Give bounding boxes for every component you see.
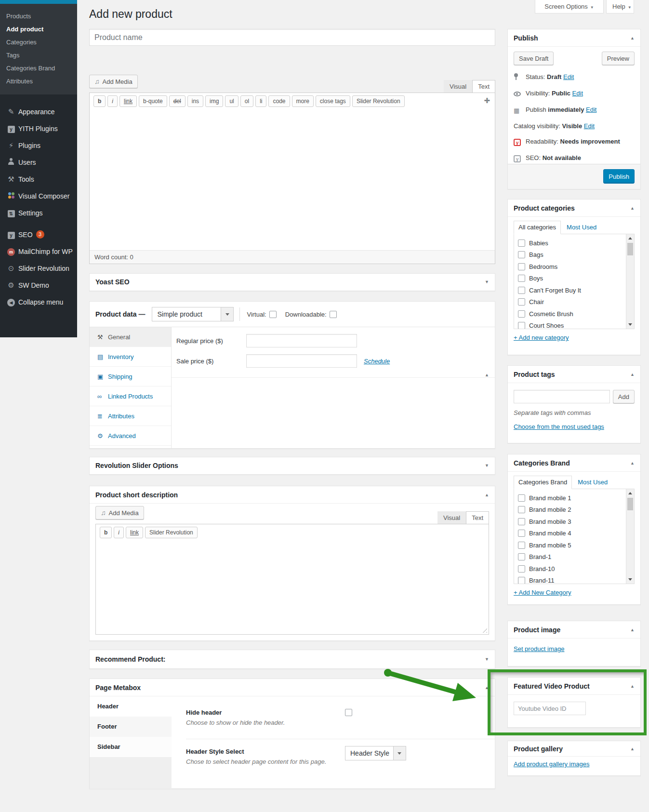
li-button[interactable]: li [255,95,266,107]
tab-linked-products[interactable]: ∞Linked Products [90,386,171,406]
brand-item[interactable]: Brand mobile 3 [518,516,623,528]
ins-button[interactable]: ins [187,95,203,107]
sidebar-item-settings[interactable]: ⇅ Settings [0,204,77,221]
checkbox[interactable] [518,542,525,549]
tab-inventory[interactable]: ▤Inventory [90,347,171,367]
checkbox[interactable] [518,275,525,282]
add-tag-button[interactable]: Add [613,390,635,403]
product-type-select[interactable]: Simple product [152,307,234,321]
category-item[interactable]: Bedrooms [518,261,623,273]
collapse-toggle[interactable]: ▲ [630,454,635,471]
sidebar-item-add-product[interactable]: Add product [0,23,77,36]
category-item[interactable]: Cosmetic Brush [518,308,623,320]
sidebar-item-slider-revolution[interactable]: ⊙ Slider Revolution [0,260,77,277]
code-button[interactable]: code [268,95,290,107]
resize-handle[interactable] [481,627,487,633]
fullscreen-icon[interactable]: ✚ [484,96,490,105]
scrollbar[interactable] [626,234,634,329]
tab-visual[interactable]: Visual [437,511,466,524]
brand-item[interactable]: Brand-10 [518,563,623,575]
tab-most-used[interactable]: Most Used [572,476,613,489]
sidebar-item-visual-composer[interactable]: Visual Composer [0,187,77,204]
brand-item[interactable]: Brand mobile 2 [518,504,623,516]
checkbox[interactable] [518,251,525,258]
sidebar-item-products[interactable]: Products [0,10,77,23]
sidebar-item-users[interactable]: Users [0,154,77,171]
close-tags-button[interactable]: close tags [316,95,350,107]
checkbox[interactable] [518,287,525,294]
edit-publish-date-link[interactable]: Edit [586,106,596,113]
tab-footer[interactable]: Footer [90,717,172,737]
tab-advanced[interactable]: ⚙Advanced [90,426,171,446]
sidebar-item-appearance[interactable]: ✎ Appearance [0,103,77,120]
tab-text[interactable]: Text [472,80,495,93]
brand-item[interactable]: Brand-1 [518,551,623,563]
checkbox[interactable] [518,565,525,572]
save-draft-button[interactable]: Save Draft [514,52,554,65]
downloadable-checkbox[interactable] [330,311,337,318]
sidebar-item-tags[interactable]: Tags [0,49,77,62]
header-style-select[interactable]: Header Style [345,746,406,760]
tab-most-used[interactable]: Most Used [561,221,602,234]
scrollbar-thumb[interactable] [627,243,633,255]
collapse-toggle[interactable]: ▲ [630,621,635,638]
virtual-checkbox[interactable] [269,311,277,318]
preview-button[interactable]: Preview [602,52,635,65]
category-item[interactable]: Chair [518,296,623,308]
bold-button[interactable]: b [93,95,106,107]
tag-input[interactable] [514,390,610,403]
sidebar-item-tools[interactable]: ⚒ Tools [0,171,77,187]
checkbox[interactable] [518,263,525,270]
category-item[interactable]: Babies [518,237,623,249]
checkbox[interactable] [518,530,525,537]
brand-item[interactable]: Brand mobile 1 [518,492,623,504]
scrollbar-thumb[interactable] [627,498,633,510]
help-button[interactable]: Help▼ [606,0,634,13]
content-textarea[interactable] [90,109,495,250]
choose-most-used-tags-link[interactable]: Choose from the most used tags [514,423,604,430]
link-button[interactable]: link [126,527,143,538]
checkbox[interactable] [518,322,525,329]
youtube-video-id-input[interactable] [514,702,586,715]
scroll-down-icon[interactable] [626,576,634,583]
checkbox[interactable] [518,577,525,584]
slider-revolution-button[interactable]: Slider Revolution [352,95,405,107]
sidebar-item-yith-plugins[interactable]: y YITH Plugins [0,120,77,137]
blockquote-button[interactable]: b-quote [139,95,167,107]
brand-item[interactable]: Brand-11 [518,575,623,585]
edit-status-link[interactable]: Edit [563,73,574,80]
regular-price-input[interactable] [246,334,357,347]
checkbox[interactable] [518,518,525,525]
sidebar-item-categories-brand[interactable]: Categories Brand [0,62,77,75]
sidebar-item-seo[interactable]: y SEO 3 [0,226,77,243]
collapse-toggle[interactable]: ▲ [485,679,489,696]
sidebar-item-attributes[interactable]: Attributes [0,75,77,88]
screen-options-button[interactable]: Screen Options▼ [535,0,604,13]
tab-shipping[interactable]: ▣Shipping [90,367,171,386]
collapse-toggle[interactable]: ▼ [485,274,489,291]
collapse-toggle[interactable]: ▲ [630,200,635,216]
category-item[interactable]: Boys [518,273,623,285]
checkbox[interactable] [518,310,525,318]
short-description-textarea[interactable] [96,541,489,634]
tab-categories-brand[interactable]: Categories Brand [514,476,572,489]
checkbox[interactable] [518,240,525,247]
hide-header-checkbox[interactable] [345,709,352,716]
sidebar-item-sw-demo[interactable]: ⚙ SW Demo [0,277,77,293]
add-product-gallery-images-link[interactable]: Add product gallery images [514,760,590,768]
tab-all-categories[interactable]: All categories [514,221,561,234]
set-product-image-link[interactable]: Set product image [514,645,565,652]
scroll-up-icon[interactable] [626,235,634,242]
publish-button[interactable]: Publish [603,169,635,184]
collapse-toggle[interactable]: ▲ [485,486,489,503]
category-item[interactable]: Bags [518,249,623,261]
tab-attributes[interactable]: ≣Attributes [90,406,171,426]
tab-text[interactable]: Text [466,511,489,524]
collapse-toggle[interactable]: ▲ [630,366,635,383]
ol-button[interactable]: ol [240,95,253,107]
sale-price-input[interactable] [246,354,357,368]
add-new-category-link[interactable]: + Add new category [514,334,569,341]
collapse-toggle[interactable]: ▼ [485,457,489,474]
del-button[interactable]: del [169,95,185,107]
schedule-link[interactable]: Schedule [364,358,390,365]
